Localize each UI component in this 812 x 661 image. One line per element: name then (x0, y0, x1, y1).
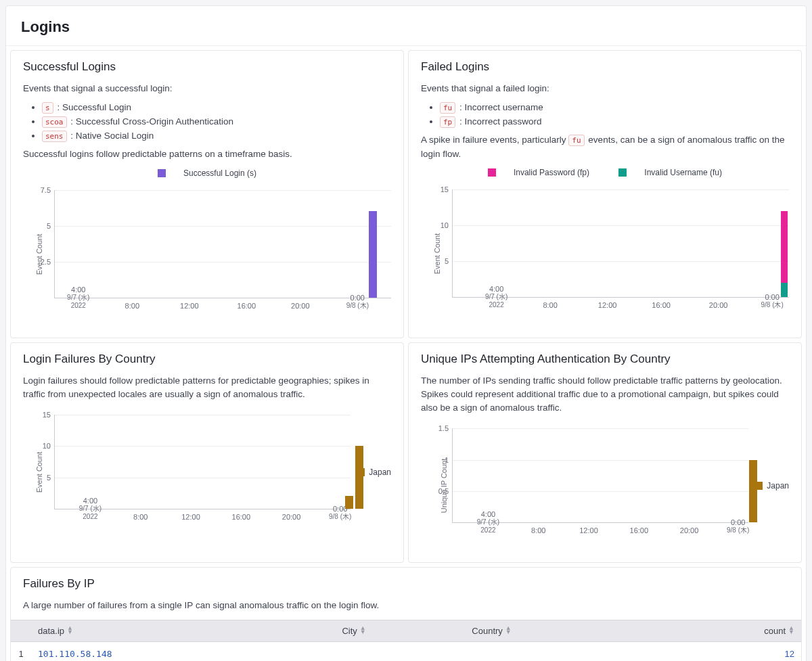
chart-legend: Successful Login (s) (23, 168, 391, 179)
panel-note: A large number of failures from a single… (11, 599, 801, 612)
sort-icon[interactable] (505, 626, 512, 635)
sort-icon[interactable] (360, 626, 366, 635)
list-item: sens : Native Social Login (42, 131, 391, 141)
legend-swatch (357, 468, 365, 476)
y-axis-label: Event Count (35, 452, 43, 493)
code-tag: sens (42, 131, 67, 142)
page-title: Logins (6, 6, 806, 46)
panel-note: Successful logins follow predictable pat… (23, 147, 391, 161)
table-header-country[interactable]: Country (465, 620, 649, 641)
event-list: fu : Incorrect username fp : Incorrect p… (421, 102, 789, 127)
event-list: s : Successful Login scoa : Successful C… (23, 102, 391, 141)
list-item: fp : Incorrect password (440, 116, 789, 127)
table-row[interactable]: 1 101.110.58.148 12 (11, 641, 801, 661)
panel-intro: Events that signal a failed login: (421, 82, 789, 95)
code-tag: fu (440, 102, 455, 114)
legend-swatch (158, 169, 166, 177)
code-tag: fp (440, 116, 455, 128)
y-axis-label: Event Count (433, 233, 441, 274)
panel-note: Login failures should follow predictable… (23, 374, 391, 402)
row-ip[interactable]: 101.110.58.148 (31, 641, 335, 661)
legend-swatch (618, 168, 627, 177)
code-tag: fu (568, 135, 584, 146)
legend-swatch (488, 168, 496, 177)
panel-title: Successful Logins (23, 60, 391, 74)
code-tag: scoa (42, 116, 67, 128)
y-axis-label: Unique IP Count (440, 459, 448, 514)
list-item: s : Successful Login (42, 102, 391, 112)
legend-swatch (754, 482, 763, 490)
chart-failed-logins[interactable]: Event Count 510154:009/7 (水)20228:0012:0… (421, 183, 789, 325)
table-header-index[interactable] (11, 620, 31, 641)
chart-legend: Invalid Password (fp) Invalid Username (… (421, 168, 789, 179)
table-header-city[interactable]: City (335, 620, 465, 641)
panel-failures-by-country: Login Failures By Country Login failures… (10, 342, 404, 564)
list-item: scoa : Successful Cross-Origin Authentic… (42, 116, 391, 127)
panel-intro: Events that signal a successful login: (23, 82, 391, 95)
chart-successful-logins[interactable]: Event Count 2.557.54:009/7 (水)20228:0012… (23, 183, 391, 325)
row-country (465, 641, 649, 661)
failures-by-ip-table: data.ip City Country count 1 101.110.58.… (11, 620, 801, 662)
table-header-ip[interactable]: data.ip (31, 620, 335, 641)
panel-failed-logins: Failed Logins Events that signal a faile… (408, 50, 802, 338)
panel-successful-logins: Successful Logins Events that signal a s… (10, 50, 404, 338)
chart-legend: Japan (754, 481, 789, 491)
panel-title: Failures By IP (11, 577, 801, 591)
panel-unique-ips-by-country: Unique IPs Attempting Authentication By … (408, 342, 802, 564)
row-index: 1 (11, 641, 31, 661)
table-header-count[interactable]: count (649, 620, 801, 641)
panel-note: A spike in failure events, particularly … (421, 133, 789, 161)
sort-icon[interactable] (67, 626, 73, 635)
row-city (335, 641, 465, 661)
panel-title: Login Failures By Country (23, 352, 391, 366)
chart-failures-by-country[interactable]: Event Count 510154:009/7 (水)20228:0012:0… (23, 408, 391, 537)
dashboard-card: Logins Successful Logins Events that sig… (5, 5, 807, 661)
panel-title: Failed Logins (421, 60, 789, 74)
y-axis-label: Event Count (35, 233, 43, 275)
list-item: fu : Incorrect username (440, 102, 789, 112)
code-tag: s (42, 102, 53, 114)
chart-unique-ips-by-country[interactable]: Unique IP Count 0.511.54:009/7 (水)20228:… (421, 421, 789, 550)
panel-title: Unique IPs Attempting Authentication By … (421, 352, 789, 366)
row-count: 12 (649, 641, 801, 661)
chart-legend: Japan (357, 468, 391, 477)
panel-failures-by-ip: Failures By IP A large number of failure… (10, 567, 802, 661)
sort-icon[interactable] (788, 626, 794, 635)
panel-note: The number of IPs sending traffic should… (421, 374, 789, 415)
